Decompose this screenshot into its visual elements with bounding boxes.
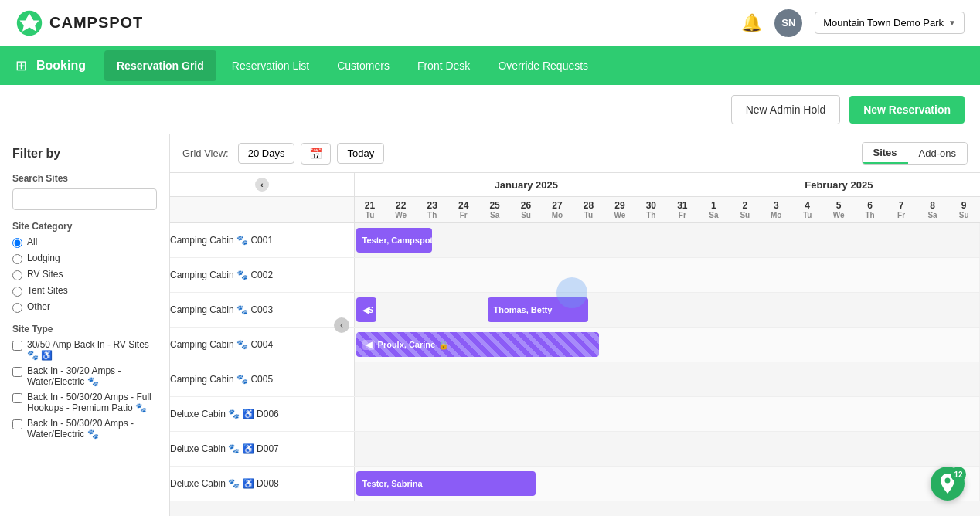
tab-reservation-grid[interactable]: Reservation Grid bbox=[104, 50, 216, 81]
booking-label: Booking bbox=[36, 59, 86, 73]
calendar-picker-button[interactable]: 📅 bbox=[301, 143, 331, 165]
table-row: Deluxe Cabin 🐾 ♿ D008 Tester, Sabrina bbox=[170, 467, 980, 501]
type-backIn-30-20[interactable]: Back In - 30/20 Amps - Water/Electric 🐾 bbox=[12, 365, 157, 387]
category-rv-sites[interactable]: RV Sites bbox=[12, 269, 157, 280]
category-all[interactable]: All bbox=[12, 236, 157, 248]
new-reservation-button[interactable]: New Reservation bbox=[849, 96, 965, 124]
site-category-group: All Lodging RV Sites Tent Sites Other bbox=[12, 236, 157, 313]
calendar-wrapper: ‹ January 2025 February 2025 21Tu 22We 2… bbox=[170, 173, 980, 516]
tab-front-desk[interactable]: Front Desk bbox=[405, 50, 482, 81]
day-28: 28Tu bbox=[573, 197, 604, 223]
site-name-c001: Camping Cabin 🐾 C001 bbox=[170, 223, 354, 258]
row-c003-cells: ◀S Thomas, Betty bbox=[354, 293, 979, 328]
park-name: Mountain Town Demo Park bbox=[823, 17, 944, 29]
top-nav: CAMPSPOT 🔔 SN Mountain Town Demo Park ▼ bbox=[0, 0, 980, 46]
toggle-sites-button[interactable]: Sites bbox=[863, 143, 908, 164]
grid-icon[interactable]: ⊞ bbox=[15, 57, 27, 74]
new-admin-hold-button[interactable]: New Admin Hold bbox=[731, 95, 841, 124]
table-row: Camping Cabin 🐾 C003 ◀S Thomas, Betty bbox=[170, 293, 980, 328]
day-24: 24Fr bbox=[447, 197, 478, 223]
day-26: 26Su bbox=[510, 197, 541, 223]
site-name-c005: Camping Cabin 🐾 C005 bbox=[170, 362, 354, 397]
day-21: 21Tu bbox=[354, 197, 385, 223]
table-row: Camping Cabin 🐾 C001 Tester, Campspot bbox=[170, 223, 980, 258]
logo-area: CAMPSPOT bbox=[15, 9, 143, 37]
day-feb-6: 6Th bbox=[854, 197, 885, 223]
day-31: 31Fr bbox=[667, 197, 699, 223]
day-feb-1: 1Sa bbox=[698, 197, 729, 223]
day-feb-7: 7Fr bbox=[886, 197, 917, 223]
type-backIn-water[interactable]: Back In - 50/30/20 Amps - Water/Electric… bbox=[12, 418, 157, 440]
site-type-label: Site Type bbox=[12, 324, 157, 334]
reservation-tester-campspot[interactable]: Tester, Campspot bbox=[356, 228, 432, 253]
notification-bell-icon[interactable]: 🔔 bbox=[741, 13, 762, 33]
lock-icon: 🔒 bbox=[438, 340, 449, 350]
site-name-c002: Camping Cabin 🐾 C002 bbox=[170, 258, 354, 293]
reservation-tester-sabrina[interactable]: Tester, Sabrina bbox=[356, 471, 536, 496]
grid-view-controls: Grid View: 20 Days 📅 Today bbox=[182, 143, 384, 165]
search-sites-input[interactable] bbox=[12, 188, 157, 210]
collapse-sidebar-button[interactable]: ‹ bbox=[334, 317, 349, 333]
table-row: Camping Cabin 🐾 C005 bbox=[170, 362, 980, 397]
tab-customers[interactable]: Customers bbox=[325, 50, 402, 81]
site-category-label: Site Category bbox=[12, 221, 157, 232]
category-lodging[interactable]: Lodging bbox=[12, 253, 157, 264]
jan-month-header: January 2025 bbox=[354, 173, 698, 197]
day-30: 30Th bbox=[635, 197, 666, 223]
day-feb-5: 5We bbox=[823, 197, 854, 223]
table-row: Deluxe Cabin 🐾 ♿ D006 bbox=[170, 397, 980, 432]
day-feb-3: 3Mo bbox=[761, 197, 791, 223]
top-nav-right: 🔔 SN Mountain Town Demo Park ▼ bbox=[741, 9, 965, 37]
table-row: Camping Cabin 🐾 C004 ◀ Proulx, Carine 🔒 bbox=[170, 328, 980, 362]
day-25: 25Sa bbox=[479, 197, 510, 223]
search-sites-label: Search Sites bbox=[12, 173, 157, 184]
svg-point-1 bbox=[945, 478, 951, 484]
tab-reservation-list[interactable]: Reservation List bbox=[219, 50, 322, 81]
day-header-row: 21Tu 22We 23Th 24Fr 25Sa 26Su 27Mo 28Tu … bbox=[170, 197, 980, 223]
site-name-c004: Camping Cabin 🐾 C004 bbox=[170, 328, 354, 362]
site-name-c003: Camping Cabin 🐾 C003 bbox=[170, 293, 354, 328]
logo-text: CAMPSPOT bbox=[49, 14, 143, 32]
day-23: 23Th bbox=[417, 197, 447, 223]
calendar-table: ‹ January 2025 February 2025 21Tu 22We 2… bbox=[170, 173, 980, 501]
park-selector[interactable]: Mountain Town Demo Park ▼ bbox=[815, 12, 965, 34]
green-nav: ⊞ Booking Reservation Grid Reservation L… bbox=[0, 46, 980, 85]
category-other[interactable]: Other bbox=[12, 301, 157, 313]
grid-toolbar: Grid View: 20 Days 📅 Today Sites Add-ons bbox=[170, 134, 980, 173]
row-d008-cells: Tester, Sabrina bbox=[354, 467, 979, 501]
days-selector-button[interactable]: 20 Days bbox=[238, 143, 295, 164]
category-tent-sites[interactable]: Tent Sites bbox=[12, 285, 157, 297]
row-c002-cells bbox=[354, 258, 979, 293]
today-button[interactable]: Today bbox=[337, 143, 384, 164]
grid-area: Grid View: 20 Days 📅 Today Sites Add-ons bbox=[170, 134, 980, 516]
sidebar: Filter by Search Sites Site Category All… bbox=[0, 134, 170, 516]
day-feb-2: 2Su bbox=[730, 197, 761, 223]
table-row: Deluxe Cabin 🐾 ♿ D007 bbox=[170, 432, 980, 467]
map-pin-badge: 12 bbox=[951, 467, 966, 482]
prev-arrow-icon[interactable]: ‹ bbox=[255, 178, 269, 192]
site-col-spacer bbox=[170, 197, 354, 223]
site-name-d008: Deluxe Cabin 🐾 ♿ D008 bbox=[170, 467, 354, 501]
reservation-c003-partial[interactable]: ◀S bbox=[356, 297, 376, 322]
table-row: Camping Cabin 🐾 C002 bbox=[170, 258, 980, 293]
chevron-down-icon: ▼ bbox=[948, 19, 956, 27]
day-22: 22We bbox=[386, 197, 417, 223]
left-arrow-icon: ◀ bbox=[362, 340, 375, 350]
site-name-d007: Deluxe Cabin 🐾 ♿ D007 bbox=[170, 432, 354, 467]
row-d006-cells bbox=[354, 397, 979, 432]
type-backIn-50-30[interactable]: Back In - 50/30/20 Amps - Full Hookups -… bbox=[12, 392, 157, 413]
reservation-thomas-betty[interactable]: Thomas, Betty bbox=[488, 297, 588, 322]
day-feb-9: 9Su bbox=[948, 197, 980, 223]
reservation-proulx-carine[interactable]: ◀ Proulx, Carine 🔒 bbox=[356, 332, 599, 357]
day-29: 29We bbox=[604, 197, 635, 223]
tab-override-requests[interactable]: Override Requests bbox=[485, 50, 601, 81]
toggle-addons-button[interactable]: Add-ons bbox=[908, 143, 967, 164]
row-c001-cells: Tester, Campspot bbox=[354, 223, 979, 258]
row-c005-cells bbox=[354, 362, 979, 397]
row-d007-cells bbox=[354, 432, 979, 467]
sites-addons-toggle: Sites Add-ons bbox=[862, 142, 968, 165]
feb-month-header: February 2025 bbox=[698, 173, 979, 197]
filter-title: Filter by bbox=[12, 147, 157, 161]
type-backIn-rv[interactable]: 30/50 Amp Back In - RV Sites 🐾 ♿ bbox=[12, 339, 157, 361]
avatar[interactable]: SN bbox=[774, 9, 802, 37]
